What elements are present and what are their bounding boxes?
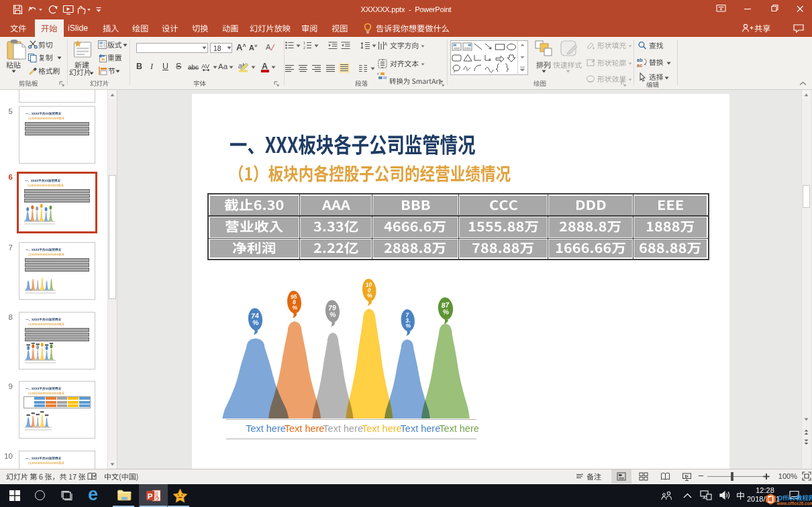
svg-text:%: % [329, 310, 337, 319]
svg-text:AV: AV [201, 62, 210, 70]
svg-text:%: % [292, 304, 298, 311]
svg-text:%: % [442, 307, 450, 316]
svg-text:A: A [385, 42, 388, 46]
svg-text:2: 2 [303, 46, 305, 50]
svg-text:1: 1 [303, 41, 305, 45]
svg-text:P: P [148, 492, 153, 500]
svg-text:%: % [252, 318, 260, 327]
svg-text:ac: ac [637, 62, 642, 68]
svg-text:%: % [367, 292, 373, 299]
svg-text:%: % [405, 322, 411, 329]
